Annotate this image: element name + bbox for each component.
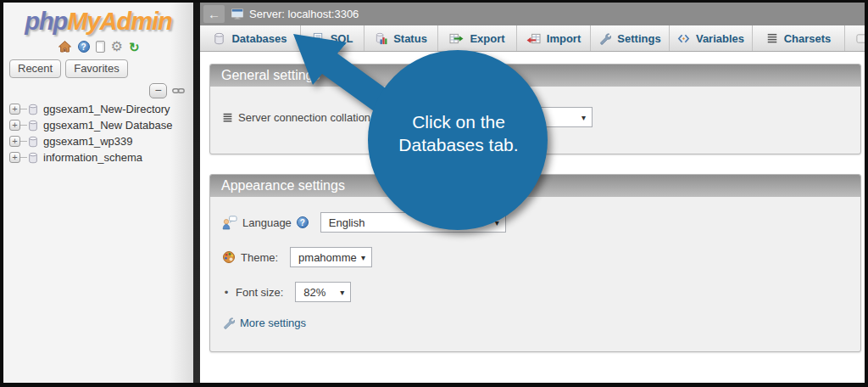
tab-bar: Databases SQL Status Export Import Setti…: [200, 25, 865, 52]
language-help-icon[interactable]: ?: [297, 216, 309, 228]
export-icon: [449, 32, 464, 45]
tab-variables[interactable]: Variables: [670, 25, 753, 51]
collation-label: Server connection collation: [238, 111, 370, 124]
phpmyadmin-window: phpMyAdmin ? ⚙ ↻ Recent Favorites − +: [0, 0, 868, 387]
appearance-settings-fieldset: Appearance settings Language ? English ▾…: [209, 174, 861, 352]
recent-button[interactable]: Recent: [9, 59, 61, 78]
tab-label: Status: [393, 32, 427, 45]
tab-import[interactable]: Import: [517, 25, 591, 51]
database-name[interactable]: information_schema: [43, 151, 142, 164]
tab-settings[interactable]: Settings: [591, 25, 670, 51]
expand-icon[interactable]: +: [9, 104, 20, 115]
general-settings-title: General settings: [210, 64, 860, 87]
navigation-toolbar: ? ⚙ ↻: [3, 38, 193, 55]
more-settings-wrench-icon: [222, 317, 235, 329]
phpmyadmin-logo[interactable]: phpMyAdmin: [3, 8, 193, 36]
theme-row: Theme: pmahomme ▾: [222, 247, 372, 267]
tab-label: Variables: [696, 32, 744, 45]
theme-select[interactable]: pmahomme ▾: [290, 247, 372, 267]
database-icon: [27, 104, 39, 115]
theme-label: Theme:: [241, 251, 278, 264]
settings-wrench-icon: [598, 32, 611, 45]
language-label: Language: [242, 216, 292, 229]
font-size-value: 82%: [303, 286, 326, 299]
database-name[interactable]: ggsexam1_New Database: [43, 119, 172, 132]
general-settings-body: Server connection collation ▾: [210, 87, 860, 154]
quick-access-buttons: Recent Favorites: [9, 59, 193, 78]
tab-partial[interactable]: [845, 25, 865, 51]
tab-label: SQL: [331, 32, 353, 45]
unlink-icon[interactable]: [172, 83, 185, 98]
tab-export[interactable]: Export: [438, 25, 517, 51]
tab-status[interactable]: Status: [364, 25, 438, 51]
tree-item-database[interactable]: + ggsexam1_New Database: [3, 117, 193, 133]
tab-databases[interactable]: Databases: [200, 25, 301, 51]
tree-connector: [20, 141, 27, 142]
logo-myadmin: MyAdmin: [67, 8, 172, 35]
databases-icon: [213, 32, 225, 45]
font-size-label: Font size:: [236, 286, 283, 299]
documentation-icon[interactable]: [96, 41, 105, 53]
chevron-down-icon: ▾: [361, 253, 365, 262]
font-size-row: • Font size: 82% ▾: [222, 282, 351, 302]
tree-connector: [20, 109, 27, 109]
main-panel: ← Server: localhost:3306 Databases SQL S…: [200, 3, 865, 383]
server-breadcrumb: Server: localhost:3306: [231, 8, 359, 20]
more-settings-link[interactable]: More settings: [240, 317, 306, 329]
language-row: Language ? English ▾: [222, 212, 506, 233]
favorites-button[interactable]: Favorites: [65, 59, 127, 78]
tab-label: Settings: [617, 32, 660, 45]
gear-icon[interactable]: ⚙: [111, 40, 123, 53]
server-icon: [231, 8, 244, 20]
bullet-icon: •: [222, 286, 231, 299]
font-size-select[interactable]: 82% ▾: [295, 282, 351, 302]
navigation-panel: phpMyAdmin ? ⚙ ↻ Recent Favorites − +: [3, 3, 193, 383]
theme-value: pmahomme: [298, 251, 357, 264]
tab-charsets[interactable]: Charsets: [753, 25, 845, 51]
database-name[interactable]: ggsexam1_wp339: [43, 135, 133, 148]
database-icon: [27, 152, 39, 164]
collapse-all-icon[interactable]: −: [149, 83, 167, 98]
back-arrow-icon[interactable]: ←: [203, 5, 225, 23]
database-icon: [27, 120, 39, 132]
database-name[interactable]: ggsexam1_New-Directory: [43, 103, 170, 115]
collation-icon: [222, 112, 233, 123]
status-icon: [375, 32, 387, 45]
tree-item-database[interactable]: + ggsexam1_wp339: [3, 133, 193, 149]
variables-icon: [677, 32, 690, 45]
appearance-settings-title: Appearance settings: [210, 175, 860, 197]
expand-icon[interactable]: +: [9, 152, 20, 163]
refresh-icon[interactable]: ↻: [129, 41, 140, 53]
chevron-down-icon: ▾: [340, 288, 344, 297]
database-icon: [27, 136, 39, 148]
tab-label: Export: [470, 32, 504, 45]
more-settings-row: More settings: [222, 317, 306, 329]
help-icon[interactable]: ?: [78, 41, 90, 53]
server-title-text: Server: localhost:3306: [249, 8, 359, 20]
expand-icon[interactable]: +: [9, 120, 20, 131]
tree-item-database[interactable]: + information_schema: [3, 149, 193, 165]
tree-connector: [20, 157, 27, 158]
general-settings-fieldset: General settings Server connection colla…: [209, 64, 861, 154]
collation-row: Server connection collation ▾: [222, 107, 593, 127]
database-tree: + ggsexam1_New-Directory + ggsexam1_New …: [3, 101, 193, 165]
language-select[interactable]: English ▾: [320, 212, 506, 233]
tree-item-database[interactable]: + ggsexam1_New-Directory: [3, 101, 193, 117]
home-icon[interactable]: [58, 40, 72, 53]
tree-controls: −: [3, 82, 185, 99]
logo-php: php: [25, 8, 67, 35]
chevron-down-icon: ▾: [495, 218, 499, 227]
sql-icon: [312, 32, 325, 45]
charsets-icon: [766, 32, 778, 44]
tab-sql[interactable]: SQL: [301, 25, 364, 51]
collation-select[interactable]: ▾: [386, 107, 593, 127]
tab-label: Import: [547, 32, 581, 45]
import-icon: [526, 32, 541, 45]
tab-label: Databases: [231, 32, 287, 45]
chevron-down-icon: ▾: [581, 113, 586, 122]
tab-label: Charsets: [784, 32, 832, 45]
expand-icon[interactable]: +: [9, 136, 20, 147]
language-icon: [222, 216, 237, 230]
engines-icon: [855, 32, 865, 45]
tree-connector: [20, 125, 27, 126]
